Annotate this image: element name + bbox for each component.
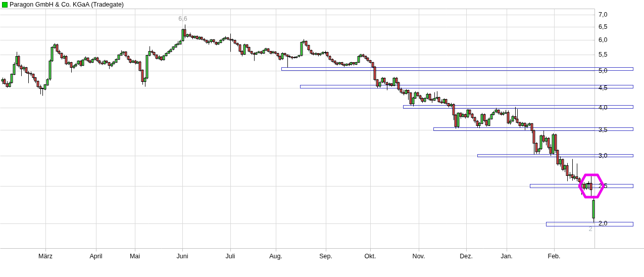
price-axis-label: 7,0 — [599, 11, 629, 19]
highlight-hexagon — [577, 172, 606, 200]
price-axis-label: 5,0 — [599, 67, 629, 75]
month-label: März — [38, 253, 53, 260]
month-label: Sep. — [319, 253, 332, 260]
price-axis-label: 2,0 — [599, 219, 629, 227]
month-label: Okt. — [365, 253, 376, 260]
month-label: Aug. — [269, 253, 282, 260]
month-label: Mai — [130, 253, 140, 260]
high-price-label: 6,6 — [178, 15, 187, 22]
month-label: April — [89, 253, 102, 260]
month-label: Nov. — [413, 253, 425, 260]
price-axis-label: 4,0 — [599, 104, 629, 112]
month-label: Juni — [177, 253, 188, 260]
price-axis-label: 3,0 — [599, 152, 629, 160]
candlestick-chart — [0, 0, 644, 277]
price-axis-label: 5,5 — [599, 51, 629, 59]
price-axis-label: 6,0 — [599, 36, 629, 44]
month-label: Jan. — [501, 253, 513, 260]
month-label: Juli — [226, 253, 235, 260]
price-axis-label: 3,5 — [599, 126, 629, 134]
month-label: Feb. — [548, 253, 560, 260]
highlight-hexagon-shape — [579, 175, 604, 197]
chart-title: Paragon GmbH & Co. KGaA (Tradegate) — [10, 1, 124, 8]
low-price-label: 2 — [588, 225, 592, 233]
chart-page: Paragon GmbH & Co. KGaA (Tradegate) 7,06… — [0, 0, 644, 277]
price-axis-label: 4,5 — [599, 84, 629, 92]
legend-marker-icon — [2, 2, 8, 8]
month-label: Dez. — [460, 253, 473, 260]
price-axis-label: 6,5 — [599, 23, 629, 31]
